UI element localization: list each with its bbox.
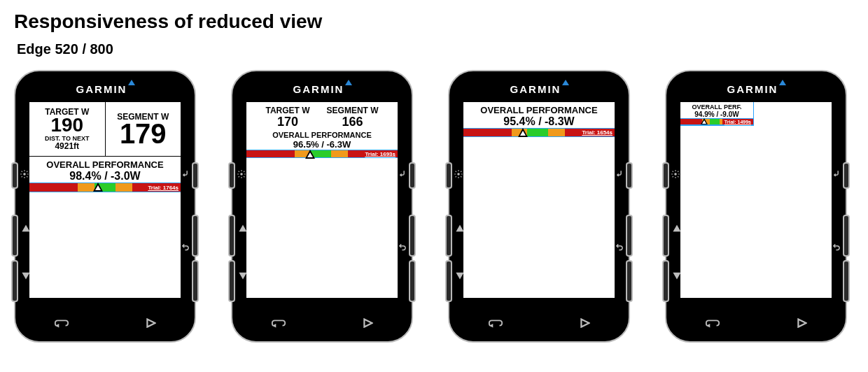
- side-button[interactable]: [445, 162, 452, 189]
- lap-icon: [705, 317, 720, 331]
- device-2: GARMIN TARGET W 170 SEGMENT W 166 OVERAL…: [231, 70, 413, 343]
- play-icon: [363, 317, 373, 331]
- enter-icon: [831, 169, 844, 179]
- svg-line-21: [244, 171, 244, 172]
- segment-label: SEGMENT W: [327, 106, 379, 115]
- perf-widget: OVERALL PERF. 94.9% / -9.0W Trial: 1499s: [680, 102, 754, 126]
- side-button[interactable]: [626, 162, 633, 189]
- trial-badge: Trial: 1693s: [363, 150, 398, 157]
- svg-marker-22: [239, 224, 246, 231]
- dist-value: 4921ft: [55, 142, 79, 150]
- svg-line-45: [678, 176, 678, 177]
- play-icon: [146, 317, 156, 331]
- segment-value: 179: [120, 121, 167, 146]
- device-4: GARMIN OVERALL PERF. 94.9% / -9.0W Trial…: [665, 70, 847, 343]
- back-icon: [396, 243, 409, 252]
- top-fields: TARGET W 170 SEGMENT W 166: [246, 102, 398, 129]
- side-button[interactable]: [843, 260, 850, 302]
- side-button[interactable]: [445, 215, 452, 257]
- svg-line-6: [27, 176, 27, 177]
- side-button[interactable]: [11, 260, 18, 302]
- svg-line-34: [461, 171, 461, 172]
- perf-gauge: Trial: 1654s: [463, 128, 615, 137]
- top-fields: TARGET W 190 DIST. TO NEXT 4921ft SEGMEN…: [29, 102, 181, 157]
- side-button[interactable]: [445, 260, 452, 302]
- svg-marker-49: [673, 273, 680, 280]
- device-1: GARMIN TARGET W 190 DIST. TO NEXT 4921ft…: [14, 70, 196, 343]
- svg-point-39: [674, 173, 677, 176]
- garmin-logo: GARMIN: [727, 81, 785, 96]
- side-button[interactable]: [843, 215, 850, 257]
- target-value: 190: [50, 116, 83, 134]
- brightness-icon: [235, 169, 248, 179]
- target-value: 170: [265, 115, 309, 129]
- perf-block: OVERALL PERFORMANCE 95.4% / -8.3W: [463, 102, 615, 128]
- side-button[interactable]: [228, 215, 235, 257]
- page-subtitle: Edge 520 / 800: [14, 41, 854, 57]
- side-button[interactable]: [11, 162, 18, 189]
- perf-value: 96.5% / -6.3W: [246, 139, 398, 150]
- svg-marker-38: [581, 319, 589, 327]
- side-button[interactable]: [662, 260, 669, 302]
- svg-line-44: [673, 171, 673, 172]
- side-button[interactable]: [409, 260, 416, 302]
- screen: OVERALL PERF. 94.9% / -9.0W Trial: 1499s: [680, 102, 832, 298]
- perf-label: OVERALL PERF.: [680, 103, 753, 110]
- perf-value: 95.4% / -8.3W: [463, 115, 615, 128]
- play-icon: [580, 317, 590, 331]
- perf-block: OVERALL PERFORMANCE 96.5% / -6.3W: [246, 129, 398, 150]
- svg-point-0: [23, 173, 26, 176]
- svg-line-7: [22, 176, 22, 177]
- side-button[interactable]: [192, 215, 199, 257]
- side-button[interactable]: [192, 162, 199, 189]
- perf-gauge: Trial: 1499s: [680, 118, 753, 125]
- perf-value: 94.9% / -9.0W: [680, 110, 753, 118]
- svg-marker-9: [22, 224, 29, 231]
- lap-icon: [54, 317, 69, 331]
- svg-point-26: [457, 173, 460, 176]
- down-icon: [237, 271, 249, 280]
- side-button[interactable]: [626, 260, 633, 302]
- play-icon: [797, 317, 807, 331]
- back-icon: [179, 243, 192, 252]
- up-icon: [454, 224, 466, 234]
- lap-icon: [271, 317, 286, 331]
- perf-gauge: Trial: 1693s: [246, 150, 398, 158]
- svg-marker-12: [147, 319, 155, 327]
- device-row: GARMIN TARGET W 190 DIST. TO NEXT 4921ft…: [14, 70, 854, 343]
- side-button[interactable]: [409, 162, 416, 189]
- screen: OVERALL PERFORMANCE 95.4% / -8.3W Trial:…: [463, 102, 615, 298]
- side-button[interactable]: [228, 162, 235, 189]
- segment-value: 166: [327, 115, 379, 129]
- garmin-logo: GARMIN: [76, 81, 134, 96]
- side-button[interactable]: [843, 162, 850, 189]
- brightness-icon: [669, 169, 682, 179]
- up-icon: [20, 224, 32, 234]
- garmin-logo: GARMIN: [510, 81, 568, 96]
- enter-icon: [397, 169, 410, 179]
- trial-badge: Trial: 1764s: [146, 183, 181, 192]
- side-button[interactable]: [626, 215, 633, 257]
- perf-label: OVERALL PERFORMANCE: [29, 159, 181, 170]
- side-button[interactable]: [409, 215, 416, 257]
- down-icon: [671, 271, 683, 280]
- svg-line-19: [244, 176, 244, 177]
- enter-icon: [180, 169, 192, 179]
- svg-line-5: [22, 171, 22, 172]
- side-button[interactable]: [662, 215, 669, 257]
- svg-point-13: [240, 173, 243, 176]
- perf-label: OVERALL PERFORMANCE: [463, 105, 615, 115]
- back-icon: [830, 243, 843, 252]
- back-icon: [613, 243, 626, 252]
- perf-value: 98.4% / -3.0W: [29, 170, 181, 183]
- svg-line-8: [27, 171, 27, 172]
- side-button[interactable]: [662, 162, 669, 189]
- svg-marker-51: [798, 319, 806, 327]
- svg-marker-35: [456, 224, 463, 231]
- down-icon: [20, 271, 32, 280]
- svg-line-31: [456, 171, 456, 172]
- side-button[interactable]: [192, 260, 199, 302]
- svg-line-32: [461, 176, 461, 177]
- side-button[interactable]: [11, 215, 18, 257]
- side-button[interactable]: [228, 260, 235, 302]
